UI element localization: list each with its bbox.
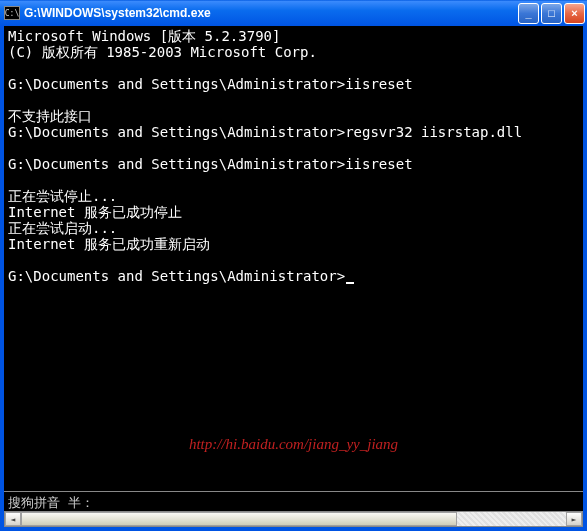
minimize-button[interactable]: _: [518, 3, 539, 24]
terminal-line: 正在尝试停止...: [8, 188, 579, 204]
terminal-line: Internet 服务已成功停止: [8, 204, 579, 220]
terminal-line: [8, 92, 579, 108]
terminal-line: [8, 140, 579, 156]
terminal-line: Microsoft Windows [版本 5.2.3790]: [8, 28, 579, 44]
terminal-line: 正在尝试启动...: [8, 220, 579, 236]
terminal-line: G:\Documents and Settings\Administrator>…: [8, 156, 579, 172]
maximize-button[interactable]: □: [541, 3, 562, 24]
ime-status-bar: 搜狗拼音 半：: [4, 491, 583, 511]
terminal-output[interactable]: Microsoft Windows [版本 5.2.3790](C) 版权所有 …: [4, 26, 583, 489]
title-bar: C:\ G:\WINDOWS\system32\cmd.exe _ □ ×: [0, 0, 587, 26]
terminal-line: (C) 版权所有 1985-2003 Microsoft Corp.: [8, 44, 579, 60]
terminal-line: 不支持此接口: [8, 108, 579, 124]
window-title: G:\WINDOWS\system32\cmd.exe: [24, 6, 518, 20]
terminal-line: [8, 172, 579, 188]
window-controls: _ □ ×: [518, 3, 585, 24]
terminal-line: Internet 服务已成功重新启动: [8, 236, 579, 252]
scroll-thumb[interactable]: [21, 512, 457, 526]
cmd-icon: C:\: [4, 6, 20, 20]
terminal-line: [8, 252, 579, 268]
scroll-left-button[interactable]: ◄: [5, 512, 21, 526]
cursor: [346, 282, 354, 284]
terminal-line: G:\Documents and Settings\Administrator>…: [8, 124, 579, 140]
terminal-line: [8, 60, 579, 76]
close-button[interactable]: ×: [564, 3, 585, 24]
scroll-track[interactable]: [21, 512, 566, 526]
watermark-text: http://hi.baidu.com/jiang_yy_jiang: [0, 436, 587, 453]
terminal-line: G:\Documents and Settings\Administrator>: [8, 268, 579, 284]
terminal-line: G:\Documents and Settings\Administrator>…: [8, 76, 579, 92]
scroll-right-button[interactable]: ►: [566, 512, 582, 526]
horizontal-scrollbar[interactable]: ◄ ►: [4, 511, 583, 527]
